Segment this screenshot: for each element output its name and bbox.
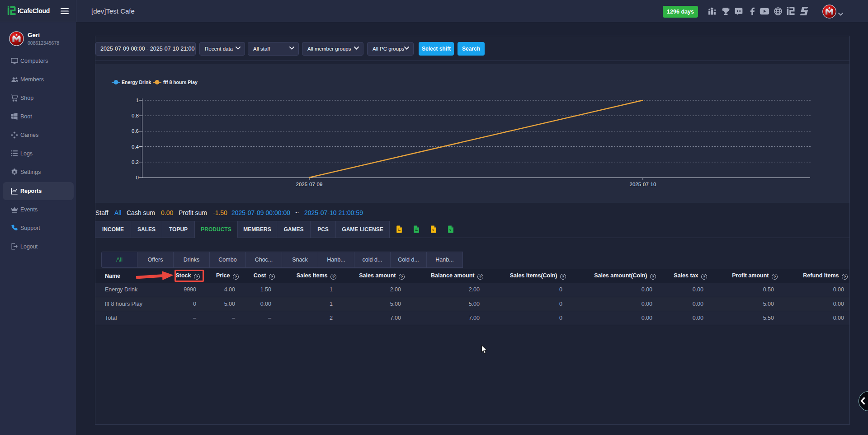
svg-text:2025-07-09: 2025-07-09 <box>296 182 323 187</box>
svg-text:2025-07-10: 2025-07-10 <box>630 182 656 187</box>
svg-text:0.6: 0.6 <box>132 128 139 134</box>
svg-text:fff 8 hours Play: fff 8 hours Play <box>163 80 198 85</box>
svg-text:1: 1 <box>136 98 139 103</box>
svg-text:0.4: 0.4 <box>132 144 139 150</box>
svg-text:x: x <box>432 228 434 232</box>
svg-text:x: x <box>449 228 452 232</box>
svg-text:0.8: 0.8 <box>132 113 139 118</box>
svg-text:0: 0 <box>136 175 139 180</box>
svg-text:0.2: 0.2 <box>132 159 139 165</box>
svg-text:Energy Drink: Energy Drink <box>122 80 151 85</box>
